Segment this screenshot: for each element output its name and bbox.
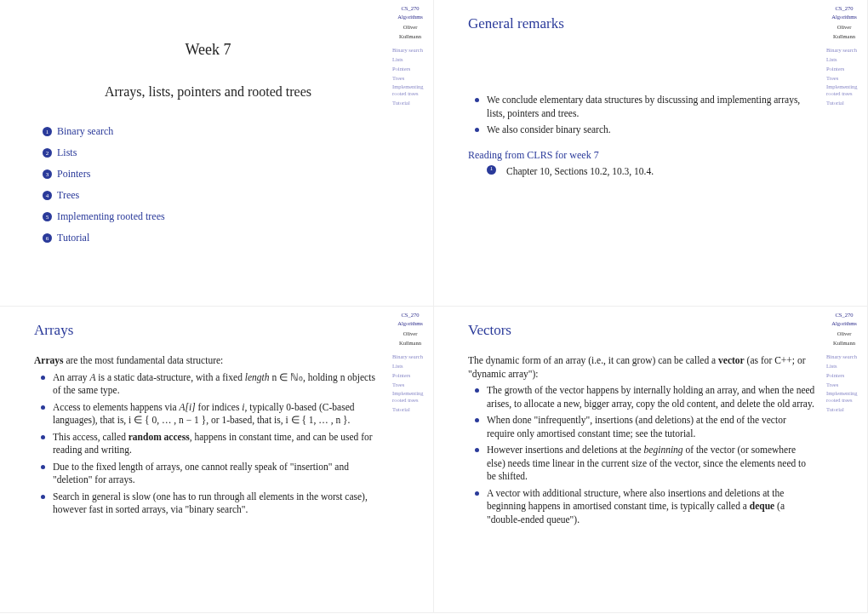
sidebar: CS_270 Algorithms Oliver Kullmann Binary… (390, 5, 431, 109)
num-icon: 2 (43, 148, 52, 158)
sidebar: CS_270 Algorithms Oliver Kullmann Binary… (390, 312, 431, 416)
author-last: Kullmann (824, 340, 865, 347)
nav-tutorial[interactable]: Tutorial (390, 100, 431, 106)
slide-general: CS_270 Algorithms Oliver Kullmann Binary… (434, 0, 868, 307)
toc-2[interactable]: 2Lists (43, 146, 382, 159)
num-icon: 1 (487, 165, 496, 175)
intro: Arrays are the most fundamental data str… (34, 354, 382, 368)
toc-link[interactable]: Trees (57, 189, 79, 202)
nav-binary[interactable]: Binary search (824, 353, 865, 360)
nav-binary[interactable]: Binary search (390, 47, 431, 54)
nav-pointers[interactable]: Pointers (390, 66, 431, 72)
course-name: Algorithms (824, 320, 865, 327)
toc-link[interactable]: Lists (57, 146, 77, 159)
slide-vectors: CS_270 Algorithms Oliver Kullmann Binary… (434, 307, 868, 613)
bullet: This access, called random access, happe… (53, 431, 382, 457)
bullet: We conclude elementary data structures b… (487, 94, 816, 120)
course-code: CS_270 (824, 5, 865, 12)
author-first: Oliver (390, 330, 431, 337)
author-first: Oliver (390, 24, 431, 31)
nav-binary[interactable]: Binary search (824, 47, 865, 54)
nav-trees[interactable]: Trees (390, 75, 431, 82)
nav-trees[interactable]: Trees (824, 75, 865, 82)
bullet: However insertions and deletions at the … (487, 444, 816, 484)
bullet-list: We conclude elementary data structures b… (468, 94, 816, 137)
week-title: Week 7 (34, 41, 382, 59)
slide-arrays: CS_270 Algorithms Oliver Kullmann Binary… (0, 307, 434, 613)
nav-tutorial[interactable]: Tutorial (390, 406, 431, 413)
nav-tutorial[interactable]: Tutorial (824, 406, 865, 413)
bullet: A vector with additional structure, wher… (487, 487, 816, 527)
course-code: CS_270 (824, 312, 865, 318)
bullet: The growth of the vector happens by inte… (487, 384, 816, 410)
nav-lists[interactable]: Lists (390, 56, 431, 63)
num-icon: 6 (43, 233, 52, 243)
author-first: Oliver (824, 330, 865, 337)
bullet-list: The growth of the vector happens by inte… (468, 384, 816, 526)
reading-head: Reading from CLRS for week 7 (468, 149, 816, 162)
nav-pointers[interactable]: Pointers (390, 372, 431, 379)
bullet: Search in general is slow (one has to ru… (53, 491, 382, 517)
num-icon: 4 (43, 191, 52, 200)
nav-impl[interactable]: Implementing rooted trees (390, 83, 431, 97)
course-code: CS_270 (390, 312, 431, 318)
toc-link[interactable]: Pointers (57, 168, 90, 181)
toc-link[interactable]: Implementing rooted trees (57, 210, 165, 223)
intro: The dynamic form of an array (i.e., it c… (468, 354, 816, 381)
nav-binary[interactable]: Binary search (390, 353, 431, 360)
bullet: Access to elements happens via A[i] for … (53, 401, 382, 428)
bullet: We also consider binary search. (487, 123, 816, 137)
toc-5[interactable]: 5Implementing rooted trees (43, 210, 382, 223)
nav-trees[interactable]: Trees (390, 382, 431, 388)
slide-title: General remarks (468, 15, 816, 32)
toc-3[interactable]: 3Pointers (43, 168, 382, 181)
reading-list: 1Chapter 10, Sections 10.2, 10.3, 10.4. (468, 165, 816, 179)
toc-4[interactable]: 4Trees (43, 189, 382, 202)
bullet: When done "infrequently", insertions (an… (487, 414, 816, 440)
bullet: Due to the fixed length of arrays, one c… (53, 461, 382, 487)
reading-text: Chapter 10, Sections 10.2, 10.3, 10.4. (506, 165, 654, 179)
author-last: Kullmann (390, 33, 431, 40)
author-last: Kullmann (824, 33, 865, 40)
toc-1[interactable]: 1Binary search (43, 125, 382, 138)
nav-impl[interactable]: Implementing rooted trees (824, 390, 865, 404)
nav-impl[interactable]: Implementing rooted trees (824, 83, 865, 97)
nav-pointers[interactable]: Pointers (824, 66, 865, 72)
nav-impl[interactable]: Implementing rooted trees (390, 390, 431, 404)
num-icon: 5 (43, 212, 52, 221)
slide-title: Arrays (34, 322, 382, 339)
num-icon: 1 (43, 127, 52, 136)
slide-title: CS_270 Algorithms Oliver Kullmann Binary… (0, 0, 434, 307)
reading-item: 1Chapter 10, Sections 10.2, 10.3, 10.4. (487, 165, 816, 179)
bullet-list: An array A is a static data-structure, w… (34, 371, 382, 517)
nav-lists[interactable]: Lists (390, 363, 431, 370)
nav-trees[interactable]: Trees (824, 382, 865, 388)
course-code: CS_270 (390, 5, 431, 12)
slide-grid: CS_270 Algorithms Oliver Kullmann Binary… (0, 0, 868, 614)
sidebar: CS_270 Algorithms Oliver Kullmann Binary… (824, 312, 865, 416)
toc-link[interactable]: Tutorial (57, 232, 89, 244)
course-name: Algorithms (390, 320, 431, 327)
toc: 1Binary search 2Lists 3Pointers 4Trees 5… (34, 125, 382, 244)
author-first: Oliver (824, 24, 865, 31)
course-name: Algorithms (824, 14, 865, 20)
slide-title: Vectors (468, 322, 816, 339)
nav-tutorial[interactable]: Tutorial (824, 100, 865, 106)
toc-6[interactable]: 6Tutorial (43, 232, 382, 244)
author-last: Kullmann (390, 340, 431, 347)
course-name: Algorithms (390, 14, 431, 20)
sidebar: CS_270 Algorithms Oliver Kullmann Binary… (824, 5, 865, 109)
toc-link[interactable]: Binary search (57, 125, 113, 138)
subtitle: Arrays, lists, pointers and rooted trees (34, 84, 382, 100)
num-icon: 3 (43, 169, 52, 179)
nav-lists[interactable]: Lists (824, 363, 865, 370)
bullet: An array A is a static data-structure, w… (53, 371, 382, 398)
nav-pointers[interactable]: Pointers (824, 372, 865, 379)
nav-lists[interactable]: Lists (824, 56, 865, 63)
